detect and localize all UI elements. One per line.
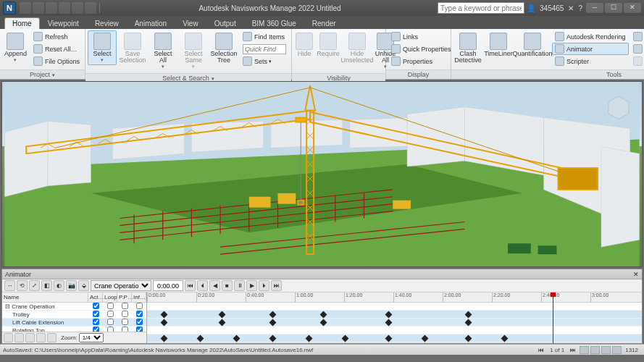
pause-button[interactable]: ⏸	[234, 280, 245, 291]
keyframe[interactable]	[320, 319, 327, 327]
sheet-nav-next-icon[interactable]: ⏭	[570, 347, 576, 353]
hide-unselected-button[interactable]: Hide Unselected	[342, 30, 372, 66]
qat-open-icon[interactable]	[33, 2, 44, 14]
group-project-label[interactable]: Project	[0, 70, 85, 79]
active-checkbox[interactable]	[93, 303, 99, 309]
rewind-button[interactable]: ⏮	[185, 280, 196, 291]
inf-checkbox[interactable]	[136, 303, 143, 309]
tab-home[interactable]: Home	[4, 17, 40, 29]
qat-save-icon[interactable]	[46, 2, 57, 14]
select-all-button[interactable]: Select All▾	[149, 30, 177, 72]
keyframe[interactable]	[219, 311, 226, 319]
signin-icon[interactable]: 👤	[527, 4, 535, 12]
play-back-button[interactable]: ◀	[209, 280, 220, 291]
loop-checkbox[interactable]	[107, 327, 114, 332]
keyframe[interactable]	[161, 311, 168, 319]
timeline-track[interactable]	[147, 334, 642, 342]
loop-checkbox[interactable]	[107, 319, 114, 325]
user-id[interactable]: 345465	[540, 4, 564, 12]
step-fwd-button[interactable]: ⏵	[259, 280, 269, 291]
add-scene-icon[interactable]	[4, 333, 13, 342]
find-items-button[interactable]: Find Items	[240, 30, 289, 43]
compare-button[interactable]: Compare	[630, 55, 644, 67]
add-set-icon[interactable]	[25, 333, 35, 342]
selection-tree-button[interactable]: Selection Tree	[209, 30, 238, 66]
keyframe[interactable]	[233, 335, 241, 342]
appearance-profiler-button[interactable]: Appearance Profiler	[630, 30, 644, 43]
add-folder-icon[interactable]	[36, 333, 46, 342]
links-button[interactable]: Links	[388, 30, 454, 43]
keyframe[interactable]	[465, 335, 472, 342]
reset-all-button[interactable]: Reset All…	[30, 43, 83, 55]
exchange-icon[interactable]: ✕	[568, 4, 574, 12]
stop-button[interactable]: ■	[222, 280, 233, 291]
maximize-button[interactable]: ☐	[605, 3, 622, 13]
keyframe[interactable]	[219, 319, 226, 327]
quick-find-input[interactable]	[243, 44, 286, 54]
save-selection-button[interactable]: Save Selection	[118, 30, 147, 66]
loop-checkbox[interactable]	[107, 303, 114, 309]
timeline-track[interactable]	[147, 342, 642, 343]
autodesk-rendering-button[interactable]: Autodesk Rendering	[552, 30, 629, 43]
play-button[interactable]: ▶	[246, 280, 257, 291]
file-options-button[interactable]: File Options	[30, 55, 83, 67]
select-button[interactable]: Select▾	[88, 30, 117, 65]
loop-checkbox[interactable]	[107, 311, 114, 317]
minimize-button[interactable]: ─	[586, 3, 603, 13]
select-same-button[interactable]: Select Same▾	[179, 30, 208, 72]
disk-icon[interactable]	[590, 346, 600, 354]
app-logo[interactable]: N	[3, 1, 16, 14]
time-input[interactable]	[153, 280, 183, 291]
keyframe[interactable]	[269, 311, 277, 319]
keyframe[interactable]	[161, 335, 168, 342]
animator-close-button[interactable]: ✕	[633, 271, 639, 278]
keyframe[interactable]	[306, 335, 313, 342]
anim-capture-icon[interactable]: 📷	[66, 280, 77, 291]
playhead[interactable]	[553, 292, 553, 343]
fast-fwd-button[interactable]: ⏭	[271, 280, 282, 291]
keyframe[interactable]	[385, 335, 393, 342]
anim-scale-icon[interactable]: ⤢	[29, 280, 40, 291]
clash-detective-button[interactable]: Clash Detective	[453, 30, 482, 66]
quantification-button[interactable]: Quantification	[514, 30, 551, 59]
qat-new-icon[interactable]	[20, 2, 31, 14]
help-icon[interactable]: ?	[578, 4, 582, 12]
zoom-select[interactable]: 1/4	[79, 333, 104, 342]
keyframe[interactable]	[422, 335, 429, 342]
sets-button[interactable]: Sets ▾	[240, 55, 289, 67]
anim-snap-icon[interactable]: ⬙	[78, 280, 89, 291]
tree-row[interactable]: Trolley	[2, 311, 146, 319]
keyframe[interactable]	[385, 319, 393, 327]
pencil-icon[interactable]	[580, 346, 589, 354]
keyframe[interactable]	[342, 335, 349, 342]
keyframe[interactable]	[161, 319, 168, 327]
pp-checkbox[interactable]	[122, 327, 128, 332]
tab-viewpoint[interactable]: Viewpoint	[40, 17, 87, 29]
tree-row[interactable]: ⊟ Crane Operation	[2, 303, 146, 311]
append-button[interactable]: Append▾	[2, 30, 29, 65]
timeline-track[interactable]	[147, 311, 642, 319]
tab-output[interactable]: Output	[206, 17, 244, 29]
keyframe[interactable]	[269, 335, 277, 342]
step-back-button[interactable]: ⏴	[197, 280, 208, 291]
batch-utility-button[interactable]: Batch Utility	[630, 43, 644, 55]
quick-properties-button[interactable]: Quick Properties	[388, 43, 454, 55]
keyframe[interactable]	[320, 311, 327, 319]
tree-row[interactable]: Rotating Top	[2, 327, 146, 332]
keyframe[interactable]	[501, 335, 509, 342]
anim-translate-icon[interactable]: ↔	[4, 280, 15, 291]
keyframe[interactable]	[465, 319, 472, 327]
timeline-track[interactable]	[147, 303, 642, 311]
pp-checkbox[interactable]	[122, 311, 128, 317]
hide-button[interactable]: Hide	[294, 30, 314, 59]
keyframe[interactable]	[385, 311, 393, 319]
tab-view[interactable]: View	[175, 17, 206, 29]
progress-icon[interactable]	[601, 346, 611, 354]
help-search-input[interactable]	[438, 2, 524, 14]
active-checkbox[interactable]	[93, 319, 99, 325]
tree-row[interactable]: Lift Cable Extension	[2, 319, 146, 327]
anim-rotate-icon[interactable]: ⟲	[17, 280, 28, 291]
timeline-track[interactable]	[147, 327, 642, 334]
qat-redo-icon[interactable]	[72, 2, 83, 14]
add-camera-icon[interactable]	[14, 333, 24, 342]
